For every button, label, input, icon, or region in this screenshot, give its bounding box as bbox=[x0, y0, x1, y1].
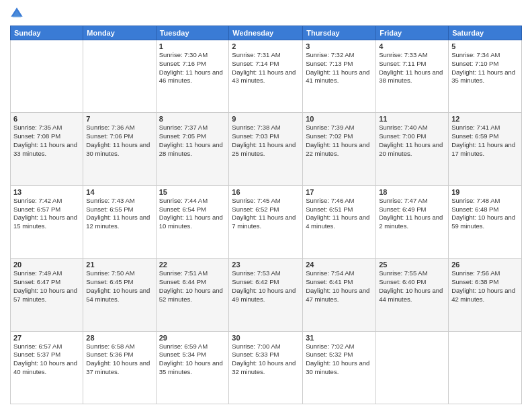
day-number: 7 bbox=[86, 115, 152, 123]
weekday-header-sunday: Sunday bbox=[11, 26, 83, 40]
day-number: 26 bbox=[451, 261, 519, 269]
day-info: Sunrise: 7:53 AM Sunset: 6:42 PM Dayligh… bbox=[232, 269, 300, 304]
day-number: 5 bbox=[451, 42, 519, 50]
day-info: Sunrise: 7:44 AM Sunset: 6:54 PM Dayligh… bbox=[159, 197, 226, 231]
day-info: Sunrise: 7:38 AM Sunset: 7:03 PM Dayligh… bbox=[232, 124, 300, 158]
calendar-cell bbox=[376, 331, 449, 404]
day-number: 30 bbox=[232, 334, 300, 342]
calendar-table: SundayMondayTuesdayWednesdayThursdayFrid… bbox=[10, 26, 522, 404]
day-number: 20 bbox=[13, 261, 80, 269]
calendar-week-1: 6Sunrise: 7:35 AM Sunset: 7:08 PM Daylig… bbox=[11, 113, 522, 185]
day-info: Sunrise: 7:56 AM Sunset: 6:38 PM Dayligh… bbox=[451, 269, 519, 304]
calendar-cell: 4Sunrise: 7:33 AM Sunset: 7:11 PM Daylig… bbox=[376, 40, 449, 113]
day-info: Sunrise: 7:45 AM Sunset: 6:52 PM Dayligh… bbox=[232, 197, 300, 231]
day-number: 11 bbox=[379, 115, 445, 123]
day-number: 28 bbox=[86, 334, 152, 342]
calendar-cell: 17Sunrise: 7:46 AM Sunset: 6:51 PM Dayli… bbox=[303, 185, 376, 258]
calendar-cell: 25Sunrise: 7:55 AM Sunset: 6:40 PM Dayli… bbox=[376, 259, 449, 331]
day-number: 23 bbox=[232, 261, 300, 269]
calendar-cell: 2Sunrise: 7:31 AM Sunset: 7:14 PM Daylig… bbox=[229, 40, 303, 113]
calendar-cell bbox=[11, 40, 83, 113]
day-number: 6 bbox=[13, 115, 80, 123]
day-number: 14 bbox=[86, 188, 152, 196]
calendar-cell: 9Sunrise: 7:38 AM Sunset: 7:03 PM Daylig… bbox=[229, 113, 303, 185]
day-info: Sunrise: 7:48 AM Sunset: 6:48 PM Dayligh… bbox=[451, 197, 519, 231]
logo-icon bbox=[10, 7, 24, 20]
calendar-cell: 7Sunrise: 7:36 AM Sunset: 7:06 PM Daylig… bbox=[83, 113, 156, 185]
weekday-header-thursday: Thursday bbox=[303, 26, 376, 40]
day-number: 9 bbox=[232, 115, 300, 123]
calendar-cell: 12Sunrise: 7:41 AM Sunset: 6:59 PM Dayli… bbox=[449, 113, 522, 185]
day-number: 18 bbox=[379, 188, 445, 196]
day-info: Sunrise: 7:30 AM Sunset: 7:16 PM Dayligh… bbox=[159, 51, 226, 85]
calendar-week-0: 1Sunrise: 7:30 AM Sunset: 7:16 PM Daylig… bbox=[11, 40, 522, 113]
calendar-cell: 21Sunrise: 7:50 AM Sunset: 6:45 PM Dayli… bbox=[83, 259, 156, 331]
day-info: Sunrise: 6:57 AM Sunset: 5:37 PM Dayligh… bbox=[13, 342, 80, 377]
day-info: Sunrise: 7:41 AM Sunset: 6:59 PM Dayligh… bbox=[451, 124, 519, 158]
day-info: Sunrise: 7:46 AM Sunset: 6:51 PM Dayligh… bbox=[306, 197, 373, 231]
calendar-cell: 28Sunrise: 6:58 AM Sunset: 5:36 PM Dayli… bbox=[83, 331, 156, 404]
day-info: Sunrise: 7:51 AM Sunset: 6:44 PM Dayligh… bbox=[159, 269, 226, 304]
day-number: 29 bbox=[159, 334, 226, 342]
day-number: 3 bbox=[306, 42, 373, 50]
calendar-cell: 10Sunrise: 7:39 AM Sunset: 7:02 PM Dayli… bbox=[303, 113, 376, 185]
day-info: Sunrise: 7:00 AM Sunset: 5:33 PM Dayligh… bbox=[232, 342, 300, 377]
calendar-cell: 26Sunrise: 7:56 AM Sunset: 6:38 PM Dayli… bbox=[449, 259, 522, 331]
day-info: Sunrise: 6:58 AM Sunset: 5:36 PM Dayligh… bbox=[86, 342, 152, 377]
day-number: 17 bbox=[306, 188, 373, 196]
day-info: Sunrise: 7:31 AM Sunset: 7:14 PM Dayligh… bbox=[232, 51, 300, 85]
day-number: 21 bbox=[86, 261, 152, 269]
day-number: 1 bbox=[159, 42, 226, 50]
calendar-cell: 31Sunrise: 7:02 AM Sunset: 5:32 PM Dayli… bbox=[303, 331, 376, 404]
day-number: 10 bbox=[306, 115, 373, 123]
calendar-cell: 14Sunrise: 7:43 AM Sunset: 6:55 PM Dayli… bbox=[83, 185, 156, 258]
calendar-cell: 5Sunrise: 7:34 AM Sunset: 7:10 PM Daylig… bbox=[449, 40, 522, 113]
day-number: 13 bbox=[13, 188, 80, 196]
header bbox=[10, 7, 522, 20]
calendar-cell: 29Sunrise: 6:59 AM Sunset: 5:34 PM Dayli… bbox=[156, 331, 229, 404]
day-number: 15 bbox=[159, 188, 226, 196]
day-info: Sunrise: 7:50 AM Sunset: 6:45 PM Dayligh… bbox=[86, 269, 152, 304]
calendar-cell: 16Sunrise: 7:45 AM Sunset: 6:52 PM Dayli… bbox=[229, 185, 303, 258]
day-number: 25 bbox=[379, 261, 445, 269]
logo bbox=[10, 7, 25, 20]
day-info: Sunrise: 7:33 AM Sunset: 7:11 PM Dayligh… bbox=[379, 51, 445, 85]
calendar-cell: 27Sunrise: 6:57 AM Sunset: 5:37 PM Dayli… bbox=[11, 331, 83, 404]
day-number: 22 bbox=[159, 261, 226, 269]
calendar-cell: 8Sunrise: 7:37 AM Sunset: 7:05 PM Daylig… bbox=[156, 113, 229, 185]
calendar-cell: 11Sunrise: 7:40 AM Sunset: 7:00 PM Dayli… bbox=[376, 113, 449, 185]
calendar-cell: 6Sunrise: 7:35 AM Sunset: 7:08 PM Daylig… bbox=[11, 113, 83, 185]
weekday-header-monday: Monday bbox=[83, 26, 156, 40]
weekday-header-wednesday: Wednesday bbox=[229, 26, 303, 40]
day-number: 12 bbox=[451, 115, 519, 123]
day-number: 24 bbox=[306, 261, 373, 269]
day-info: Sunrise: 7:37 AM Sunset: 7:05 PM Dayligh… bbox=[159, 124, 226, 158]
day-number: 27 bbox=[13, 334, 80, 342]
day-info: Sunrise: 7:49 AM Sunset: 6:47 PM Dayligh… bbox=[13, 269, 80, 304]
day-info: Sunrise: 7:35 AM Sunset: 7:08 PM Dayligh… bbox=[13, 124, 80, 158]
day-number: 8 bbox=[159, 115, 226, 123]
calendar-cell: 19Sunrise: 7:48 AM Sunset: 6:48 PM Dayli… bbox=[449, 185, 522, 258]
day-info: Sunrise: 7:42 AM Sunset: 6:57 PM Dayligh… bbox=[13, 197, 80, 231]
calendar-cell: 23Sunrise: 7:53 AM Sunset: 6:42 PM Dayli… bbox=[229, 259, 303, 331]
day-info: Sunrise: 7:34 AM Sunset: 7:10 PM Dayligh… bbox=[451, 51, 519, 85]
day-info: Sunrise: 7:02 AM Sunset: 5:32 PM Dayligh… bbox=[306, 342, 373, 377]
day-number: 4 bbox=[379, 42, 445, 50]
day-number: 2 bbox=[232, 42, 300, 50]
day-info: Sunrise: 7:32 AM Sunset: 7:13 PM Dayligh… bbox=[306, 51, 373, 85]
calendar-week-2: 13Sunrise: 7:42 AM Sunset: 6:57 PM Dayli… bbox=[11, 185, 522, 258]
day-number: 16 bbox=[232, 188, 300, 196]
weekday-header-tuesday: Tuesday bbox=[156, 26, 229, 40]
calendar-cell: 22Sunrise: 7:51 AM Sunset: 6:44 PM Dayli… bbox=[156, 259, 229, 331]
calendar-cell bbox=[83, 40, 156, 113]
calendar-cell: 1Sunrise: 7:30 AM Sunset: 7:16 PM Daylig… bbox=[156, 40, 229, 113]
calendar-cell bbox=[449, 331, 522, 404]
calendar-cell: 18Sunrise: 7:47 AM Sunset: 6:49 PM Dayli… bbox=[376, 185, 449, 258]
day-number: 31 bbox=[306, 334, 373, 342]
calendar-cell: 3Sunrise: 7:32 AM Sunset: 7:13 PM Daylig… bbox=[303, 40, 376, 113]
day-info: Sunrise: 7:40 AM Sunset: 7:00 PM Dayligh… bbox=[379, 124, 445, 158]
day-info: Sunrise: 7:47 AM Sunset: 6:49 PM Dayligh… bbox=[379, 197, 445, 231]
calendar-cell: 13Sunrise: 7:42 AM Sunset: 6:57 PM Dayli… bbox=[11, 185, 83, 258]
weekday-header-friday: Friday bbox=[376, 26, 449, 40]
calendar-cell: 24Sunrise: 7:54 AM Sunset: 6:41 PM Dayli… bbox=[303, 259, 376, 331]
